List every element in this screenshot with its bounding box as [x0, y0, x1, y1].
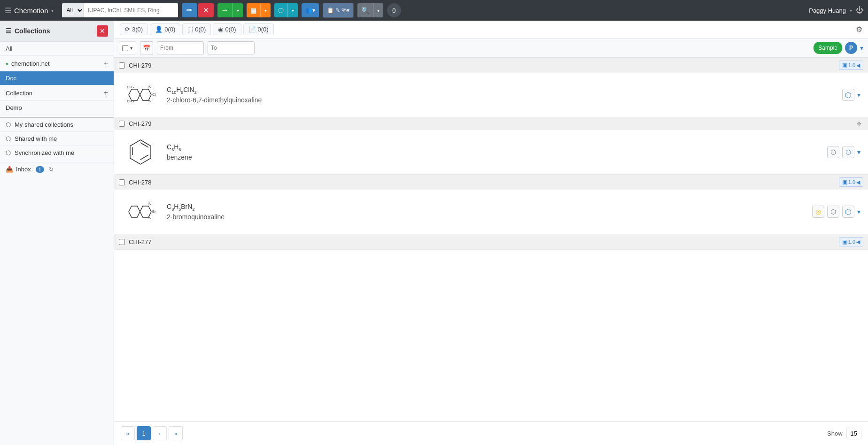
sample-toggle-button[interactable]: Sample	[814, 42, 842, 54]
filter-P-button[interactable]: P	[845, 42, 857, 54]
users-button[interactable]: 👥▾	[302, 3, 319, 17]
molecule-checkbox-2[interactable]	[119, 179, 125, 185]
share-icon-shared: ⬡	[6, 135, 11, 142]
badge-arrow-0[interactable]: ◀	[856, 62, 860, 69]
svg-text:Cl: Cl	[152, 92, 156, 97]
filter-dropdown-icon[interactable]: ▾	[130, 45, 133, 51]
brand[interactable]: ☰ Chemotion ▾	[5, 6, 54, 15]
expand-button-0[interactable]: ▾	[857, 91, 860, 99]
share-icon-action-1[interactable]: ⬡	[827, 146, 839, 158]
chemotion-dot-icon: ●	[6, 61, 8, 66]
molecule-header-0: CHI-279 ▣ 1.0 ◀	[114, 58, 868, 73]
edit-button[interactable]: ✏	[182, 3, 197, 17]
sidebar-item-my-shared[interactable]: ⬡ My shared collections	[0, 118, 114, 132]
advanced-search-dropdown[interactable]: ▾	[373, 3, 383, 17]
sidebar-item-all[interactable]: All	[0, 42, 114, 56]
assign-dropdown[interactable]: ▾	[260, 3, 271, 17]
zero-button[interactable]: 0	[387, 3, 401, 17]
hexagon-icon-0[interactable]: ⬡	[842, 89, 854, 101]
inbox-icon: 📥	[6, 166, 13, 173]
list-item: CHI-279 ✥	[114, 117, 868, 175]
search-input[interactable]	[84, 3, 178, 17]
page-first-button[interactable]: «	[121, 426, 135, 440]
collections-label: Collections	[15, 27, 50, 35]
page-1-button[interactable]: 1	[137, 426, 151, 440]
samples-icon: 👤	[155, 26, 163, 33]
badge-arrow-2[interactable]: ◀	[856, 179, 860, 185]
molecule-checkbox-0[interactable]	[119, 62, 125, 69]
move-button[interactable]: →	[217, 3, 232, 17]
svg-text:N: N	[148, 201, 152, 206]
date-to-input[interactable]	[208, 41, 255, 54]
badge-arrow-3[interactable]: ◀	[856, 239, 860, 245]
share-dropdown[interactable]: ▾	[287, 3, 298, 17]
molecule-header-right-2: ▣ 1.0 ◀	[839, 177, 863, 187]
badge-icon-0: ▣	[842, 62, 847, 69]
tabs-row: ⟳ 3(0) 👤 0(0) ⬚ 0(0) ◉ 0(0) 📄 0(0) ⚙	[114, 21, 868, 38]
molecule-name-0: 2-chloro-6,7-dimethylquinoxaline	[167, 96, 835, 104]
sidebar-item-shared-me[interactable]: ⬡ Shared with me	[0, 132, 114, 146]
date-from-input[interactable]	[157, 41, 204, 54]
expand-button-1[interactable]: ▾	[857, 148, 860, 156]
shared-me-label: Shared with me	[15, 135, 57, 142]
sidebar: ☰ Collections ✕ All ● chemotion.net + Do…	[0, 21, 114, 445]
molecule-id-3: CHI-277	[129, 238, 151, 246]
inbox-refresh-icon[interactable]: ↻	[49, 166, 54, 173]
collections-close-button[interactable]: ✕	[97, 25, 108, 37]
delete-button[interactable]: ✕	[198, 3, 214, 17]
tab-screens[interactable]: ◉ 0(0)	[213, 23, 241, 35]
list-item: CHI-278 ▣ 1.0 ◀	[114, 175, 868, 234]
share-icon-action-2[interactable]: ⬡	[827, 206, 839, 218]
filter-settings-button[interactable]: ⚙	[856, 25, 862, 34]
samples-count: 0(0)	[164, 26, 175, 33]
transfer-icon-1[interactable]: ⬡	[842, 146, 854, 158]
reactions-count: 3(0)	[132, 26, 143, 33]
share-button[interactable]: ⬡	[274, 3, 287, 17]
page-next-button[interactable]: ›	[153, 426, 167, 440]
user-name[interactable]: Paggy Huang	[809, 7, 846, 14]
badge-value-0: 1.0	[848, 62, 855, 68]
tab-reactions[interactable]: ⟳ 3(0)	[120, 23, 148, 35]
molecule-actions-0: ⬡ ▾	[842, 89, 860, 101]
logout-button[interactable]: ⏻	[856, 6, 863, 15]
wellplates-icon: ⬚	[187, 26, 193, 33]
sidebar-item-synchronized-me[interactable]: ⬡ Synchronized with me	[0, 146, 114, 160]
page-last-button[interactable]: »	[169, 426, 183, 440]
sidebar-item-inbox[interactable]: 📥 Inbox 1 ↻	[0, 162, 114, 176]
filter-chevron-button[interactable]: ▾	[860, 44, 863, 52]
sidebar-item-chemotion[interactable]: ● chemotion.net +	[0, 56, 114, 71]
sidebar-item-demo[interactable]: Demo	[0, 101, 114, 115]
tab-wellplates[interactable]: ⬚ 0(0)	[182, 23, 211, 35]
bromoquinoxaline-svg: N N Br	[123, 197, 158, 227]
chemotion-add-button[interactable]: +	[104, 59, 108, 68]
svg-text:N: N	[148, 215, 152, 220]
expand-button-2[interactable]: ▾	[857, 208, 860, 215]
search-filter-select[interactable]: All	[62, 3, 84, 17]
molecule-checkbox-1[interactable]	[119, 121, 125, 127]
badge-icon-3: ▣	[842, 238, 847, 245]
screens-icon: ◉	[218, 26, 223, 33]
assign-button[interactable]: ▦	[247, 3, 260, 17]
advanced-search-button[interactable]: 🔍	[357, 3, 373, 17]
molecule-structure-0: N N Cl CH₃ CH₃	[122, 78, 159, 111]
sidebar-item-collection[interactable]: Collection +	[0, 85, 114, 101]
molecule-checkbox-3[interactable]	[119, 239, 125, 245]
clipboard-button[interactable]: 📋 ✎ %▾	[323, 3, 353, 17]
molecule-name-1: benzene	[167, 153, 820, 161]
svg-text:N: N	[148, 84, 152, 89]
tab-research[interactable]: 📄 0(0)	[243, 23, 274, 35]
brand-caret: ▾	[51, 8, 54, 13]
hexagon-icon-2[interactable]: ⬡	[842, 206, 854, 218]
content-area: ⟳ 3(0) 👤 0(0) ⬚ 0(0) ◉ 0(0) 📄 0(0) ⚙	[114, 21, 868, 445]
tab-samples[interactable]: 👤 0(0)	[150, 23, 180, 35]
demo-label: Demo	[6, 104, 22, 111]
filter-checkbox[interactable]	[122, 45, 128, 51]
hamburger-icon[interactable]: ☰	[5, 6, 11, 15]
move-dropdown[interactable]: ▾	[232, 3, 243, 17]
circle-icon-2[interactable]: ◎	[812, 206, 824, 218]
pagination-row: « 1 › » Show 15	[114, 421, 868, 445]
users-split-button: 👥▾	[302, 3, 319, 17]
sidebar-item-doc[interactable]: Doc	[0, 71, 114, 85]
collection-add-button[interactable]: +	[104, 89, 108, 97]
calendar-icon-button[interactable]: 📅	[140, 41, 153, 54]
